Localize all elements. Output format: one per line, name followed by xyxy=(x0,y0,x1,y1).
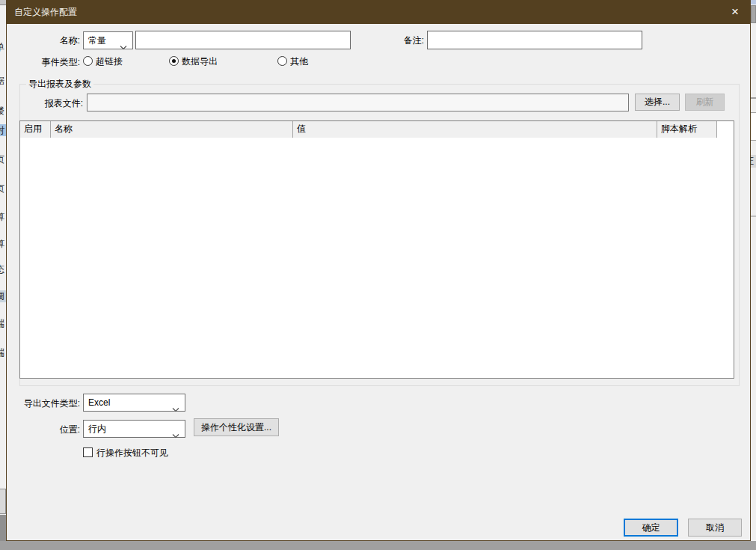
report-file-input[interactable] xyxy=(87,94,629,111)
background-bottom-strip xyxy=(0,541,756,550)
background-partial-char: 页 xyxy=(0,153,6,165)
select-file-button[interactable]: 选择... xyxy=(635,94,680,111)
background-partial-char: 页 xyxy=(0,183,6,195)
background-partial-char: 端 xyxy=(0,317,6,329)
background-partial-char: 算 xyxy=(0,238,6,250)
background-toolbar-edge xyxy=(0,0,6,5)
export-file-type-value: Excel xyxy=(88,397,110,408)
background-divider xyxy=(751,97,756,99)
background-left-strip: 单据楼对页页算算态调端端 xyxy=(0,0,6,550)
report-file-label: 报表文件: xyxy=(35,97,83,109)
export-file-type-combobox[interactable]: Excel xyxy=(83,394,185,412)
radio-data-export[interactable]: 数据导出 xyxy=(169,55,230,67)
background-header-edge xyxy=(751,0,756,4)
ok-button[interactable]: 确定 xyxy=(624,519,678,537)
row-button-invisible-checkbox[interactable]: 行操作按钮不可见 xyxy=(83,447,188,459)
parameters-table: 启用 名称 值 脚本解析 xyxy=(19,120,734,379)
column-header-name[interactable]: 名称 xyxy=(51,121,293,138)
radio-label: 其他 xyxy=(290,55,308,67)
position-value: 行内 xyxy=(88,424,106,434)
screen: 单据楼对页页算算态调端端 证 自定义操作配置 × 名称: 常量 备注: 事件类型… xyxy=(0,0,756,550)
background-partial-char: 楼 xyxy=(0,105,6,117)
position-combobox[interactable]: 行内 xyxy=(83,420,185,438)
background-partial-char: 调 xyxy=(0,290,6,302)
background-partial-char: 算 xyxy=(0,211,6,223)
background-partial-cell xyxy=(751,112,756,141)
dialog-titlebar[interactable]: 自定义操作配置 × xyxy=(7,1,750,24)
remark-label: 备注: xyxy=(375,34,424,46)
name-type-value: 常量 xyxy=(88,35,106,46)
custom-action-dialog: 自定义操作配置 × 名称: 常量 备注: 事件类型: 超链接 数据导出 其他 导… xyxy=(6,0,751,541)
column-header-enable[interactable]: 启用 xyxy=(20,121,51,138)
name-type-combobox[interactable]: 常量 xyxy=(83,31,133,49)
background-partial-char: 证 xyxy=(751,155,756,168)
radio-other[interactable]: 其他 xyxy=(277,55,321,67)
position-label: 位置: xyxy=(29,424,80,436)
chevron-down-icon xyxy=(120,39,127,55)
background-divider xyxy=(751,216,756,217)
personalize-settings-button[interactable]: 操作个性化设置... xyxy=(194,418,279,436)
parameters-table-body xyxy=(20,138,734,378)
radio-label: 超链接 xyxy=(96,55,123,67)
close-icon[interactable]: × xyxy=(726,1,744,24)
background-partial-button xyxy=(0,489,6,514)
export-file-type-label: 导出文件类型: xyxy=(8,397,80,409)
background-partial-char: 单 xyxy=(0,41,6,53)
background-partial-char: 据 xyxy=(0,75,6,87)
radio-icon xyxy=(277,56,287,66)
chevron-down-icon xyxy=(172,401,179,418)
export-group-title: 导出报表及参数 xyxy=(26,79,93,90)
background-right-strip: 证 xyxy=(751,0,756,550)
background-partial-char: 对 xyxy=(0,124,6,136)
background-partial-char: 态 xyxy=(0,263,6,275)
dialog-title: 自定义操作配置 xyxy=(14,1,77,24)
radio-label: 数据导出 xyxy=(182,55,218,67)
checkbox-icon xyxy=(83,447,93,457)
radio-icon xyxy=(169,56,179,66)
cancel-button[interactable]: 取消 xyxy=(688,519,742,537)
refresh-button: 刷新 xyxy=(685,94,725,111)
name-label: 名称: xyxy=(29,34,80,46)
column-header-script-parse[interactable]: 脚本解析 xyxy=(657,121,717,138)
radio-hyperlink[interactable]: 超链接 xyxy=(83,55,135,67)
remark-input[interactable] xyxy=(427,31,642,49)
column-header-value[interactable]: 值 xyxy=(293,121,657,138)
checkbox-label: 行操作按钮不可见 xyxy=(96,447,168,459)
radio-icon xyxy=(83,56,93,66)
parameters-table-header: 启用 名称 值 脚本解析 xyxy=(20,121,734,138)
column-header-filler xyxy=(717,121,734,138)
event-type-label: 事件类型: xyxy=(29,56,80,68)
chevron-down-icon xyxy=(172,427,179,444)
scrollbar-thumb xyxy=(751,5,756,23)
name-input[interactable] xyxy=(135,31,351,49)
background-partial-char: 端 xyxy=(0,346,6,358)
